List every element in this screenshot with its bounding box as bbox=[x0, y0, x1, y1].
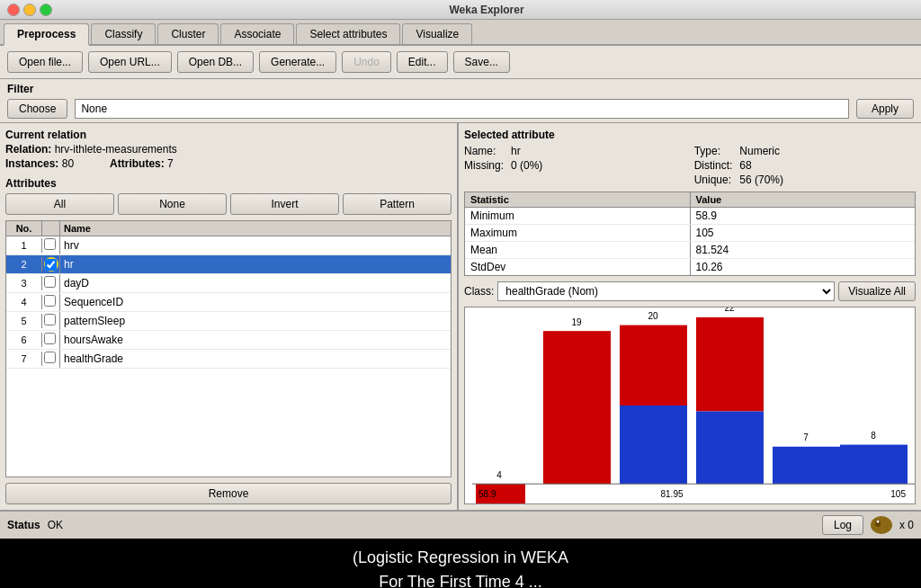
minimize-button[interactable] bbox=[23, 4, 36, 16]
relation-info-row2: Instances: 80 Attributes: 7 bbox=[5, 157, 452, 170]
missing-label: Missing: bbox=[464, 159, 504, 172]
status-right: Log x 0 bbox=[822, 512, 914, 538]
name-value: hr bbox=[511, 145, 687, 157]
table-row[interactable]: 4 SequenceID bbox=[6, 293, 451, 312]
attr-buttons: All None Invert Pattern bbox=[5, 193, 452, 215]
attr-no-3: 3 bbox=[6, 276, 42, 290]
attr-cb-2[interactable] bbox=[42, 255, 60, 273]
main-content: Current relation Relation: hrv-ithlete-m… bbox=[0, 123, 921, 510]
tab-preprocess[interactable]: Preprocess bbox=[4, 23, 89, 46]
save-button[interactable]: Save... bbox=[453, 51, 510, 73]
status-label: Status bbox=[7, 519, 40, 531]
all-button[interactable]: All bbox=[5, 193, 114, 215]
hist-count-6: 8 bbox=[871, 431, 876, 441]
table-row[interactable]: 5 patternSleep bbox=[6, 312, 451, 331]
attr-cb-5[interactable] bbox=[42, 312, 60, 330]
tab-classify[interactable]: Classify bbox=[91, 23, 156, 44]
edit-button[interactable]: Edit... bbox=[397, 51, 448, 73]
hist-count-5: 7 bbox=[803, 432, 809, 442]
histogram: 4 19 20 22 7 8 58.9 81.95 105 bbox=[464, 307, 916, 504]
x-label-max: 105 bbox=[890, 489, 906, 499]
current-relation: Current relation Relation: hrv-ithlete-m… bbox=[5, 129, 452, 172]
attr-no-1: 1 bbox=[6, 238, 42, 253]
table-row[interactable]: 6 hoursAwake bbox=[6, 331, 451, 350]
hist-count-3: 20 bbox=[648, 311, 658, 321]
class-select[interactable]: healthGrade (Nom) bbox=[497, 281, 835, 301]
attr-checkbox-4[interactable] bbox=[44, 295, 56, 307]
invert-button[interactable]: Invert bbox=[230, 193, 339, 215]
tab-cluster[interactable]: Cluster bbox=[157, 23, 219, 44]
close-button[interactable] bbox=[7, 4, 20, 16]
window-controls[interactable] bbox=[7, 4, 52, 16]
bottom-line1: (Logistic Regression in WEKA bbox=[7, 546, 914, 570]
tab-select-attributes[interactable]: Select attributes bbox=[296, 23, 400, 44]
hist-bar-red-4 bbox=[696, 317, 764, 412]
attr-cb-3[interactable] bbox=[42, 274, 60, 292]
val-minimum: 58.9 bbox=[691, 208, 916, 224]
status-bar: Status OK Log x 0 bbox=[0, 510, 921, 539]
attr-info-grid: Name: hr Type: Numeric Missing: 0 (0%) D… bbox=[464, 145, 916, 186]
table-row[interactable]: 2 hr bbox=[6, 255, 451, 274]
attr-cb-6[interactable] bbox=[42, 331, 60, 349]
remove-button[interactable]: Remove bbox=[5, 483, 452, 504]
attr-checkbox-7[interactable] bbox=[44, 352, 56, 363]
attr-no-2: 2 bbox=[6, 257, 42, 272]
attr-table-header: No. Name bbox=[6, 221, 451, 236]
svg-point-2 bbox=[876, 521, 879, 523]
table-row[interactable]: 1 hrv bbox=[6, 236, 451, 255]
checkbox-highlight bbox=[44, 257, 58, 272]
right-panel: Selected attribute Name: hr Type: Numeri… bbox=[459, 123, 921, 510]
distinct-label: Distinct: bbox=[694, 159, 733, 172]
attr-name-1: hrv bbox=[60, 237, 451, 254]
undo-button[interactable]: Undo bbox=[342, 51, 391, 73]
attr-checkbox-3[interactable] bbox=[44, 276, 56, 288]
pattern-button[interactable]: Pattern bbox=[343, 193, 452, 215]
attr-cb-4[interactable] bbox=[42, 293, 60, 311]
stat-stddev: StdDev bbox=[465, 259, 691, 275]
name-label: Name: bbox=[464, 145, 504, 157]
filter-section: Filter Choose None Apply bbox=[0, 79, 921, 123]
attr-no-6: 6 bbox=[6, 333, 42, 347]
distinct-value: 68 bbox=[739, 159, 916, 172]
stats-header: Statistic Value bbox=[465, 192, 915, 208]
attr-no-4: 4 bbox=[6, 295, 42, 309]
open-file-button[interactable]: Open file... bbox=[7, 51, 83, 73]
toolbar: Open file... Open URL... Open DB... Gene… bbox=[0, 46, 921, 79]
attributes-info: Attributes: 7 bbox=[110, 157, 174, 170]
table-row[interactable]: 7 healthGrade bbox=[6, 350, 451, 369]
type-value: Numeric bbox=[739, 145, 916, 157]
class-row: Class: healthGrade (Nom) Visualize All bbox=[464, 281, 916, 301]
selected-attribute-title: Selected attribute bbox=[464, 129, 916, 141]
maximize-button[interactable] bbox=[40, 4, 52, 16]
unique-label bbox=[464, 174, 504, 186]
attr-cb-1[interactable] bbox=[42, 236, 60, 254]
attr-checkbox-5[interactable] bbox=[44, 314, 56, 325]
attr-no-5: 5 bbox=[6, 314, 42, 328]
title-bar: Weka Explorer bbox=[0, 0, 921, 20]
missing-value: 0 (0%) bbox=[511, 159, 687, 172]
col-no-header: No. bbox=[6, 221, 42, 236]
stats-row-maximum: Maximum 105 bbox=[465, 225, 915, 242]
attr-checkbox-2[interactable] bbox=[45, 259, 57, 271]
visualize-all-button[interactable]: Visualize All bbox=[838, 281, 916, 301]
log-button[interactable]: Log bbox=[822, 515, 863, 535]
attr-cb-7[interactable] bbox=[42, 350, 60, 368]
hist-bar-red-3 bbox=[620, 325, 687, 405]
attr-name-7: healthGrade bbox=[60, 351, 451, 367]
none-button[interactable]: None bbox=[118, 193, 227, 215]
open-url-button[interactable]: Open URL... bbox=[88, 51, 172, 73]
open-db-button[interactable]: Open DB... bbox=[177, 51, 254, 73]
tab-visualize[interactable]: Visualize bbox=[402, 23, 472, 44]
table-row[interactable]: 3 dayD bbox=[6, 274, 451, 293]
filter-choose-button[interactable]: Choose bbox=[7, 99, 67, 119]
hist-bar-blue-5 bbox=[773, 447, 840, 484]
attr-checkbox-1[interactable] bbox=[44, 238, 56, 250]
tab-associate[interactable]: Associate bbox=[220, 23, 294, 44]
generate-button[interactable]: Generate... bbox=[259, 51, 336, 73]
filter-apply-button[interactable]: Apply bbox=[856, 99, 914, 119]
attr-checkbox-6[interactable] bbox=[44, 333, 56, 344]
class-label: Class: bbox=[464, 285, 494, 298]
attr-no-7: 7 bbox=[6, 352, 42, 366]
bottom-bar: (Logistic Regression in WEKA For The Fir… bbox=[0, 539, 921, 588]
stat-maximum: Maximum bbox=[465, 225, 691, 241]
